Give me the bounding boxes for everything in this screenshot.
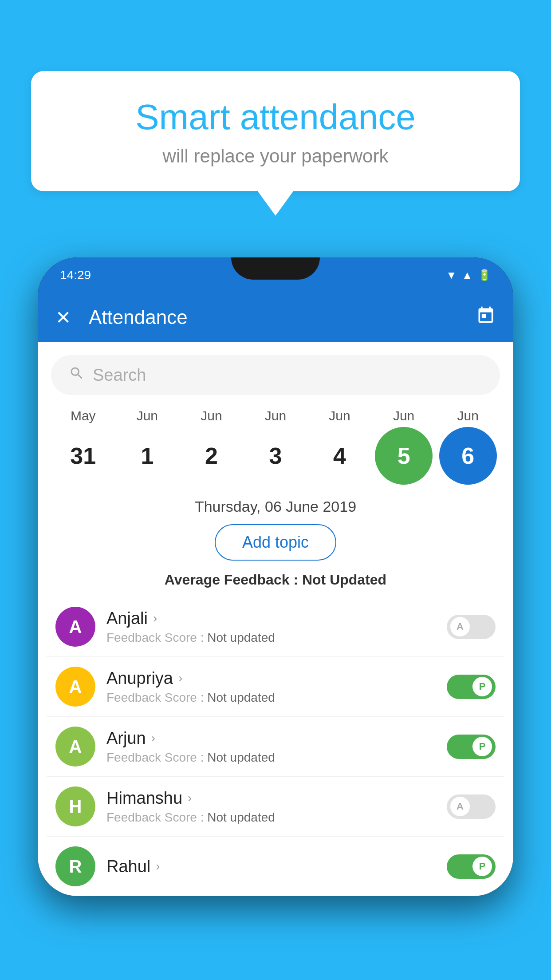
calendar-row: May Jun Jun Jun Jun Jun Jun 31 1 2 3 4 5… [38,404,513,485]
student-item[interactable]: A Arjun › Feedback Score : Not updated [47,717,504,777]
student-item[interactable]: H Himanshu › Feedback Score : Not update… [47,777,504,837]
add-topic-button[interactable]: Add topic [215,524,336,561]
month-2: Jun [182,408,240,423]
student-name-arjun: Arjun › [106,729,447,748]
student-list: A Anjali › Feedback Score : Not updated … [38,597,513,896]
date-4[interactable]: 4 [311,427,369,485]
search-bar[interactable]: Search [51,355,500,395]
attendance-toggle-anupriya[interactable] [447,675,496,699]
phone-outer: 14:29 ▼ ▲ 🔋 ✕ Attendance [38,257,513,896]
signal-icon: ▲ [462,269,472,281]
speech-bubble-subtitle: will replace your paperwork [53,146,498,167]
search-icon [69,365,85,385]
student-name-anjali: Anjali › [106,609,447,628]
month-4: Jun [311,408,369,423]
student-info-rahul: Rahul › [106,857,447,876]
battery-icon: 🔋 [478,269,491,281]
student-score-himanshu: Feedback Score : Not updated [106,810,447,825]
calendar-button[interactable] [476,306,496,329]
date-31[interactable]: 31 [54,427,112,485]
student-info-himanshu: Himanshu › Feedback Score : Not updated [106,789,447,825]
student-name-anupriya: Anupriya › [106,669,447,688]
student-score-anjali: Feedback Score : Not updated [106,631,447,645]
status-time: 14:29 [60,268,91,282]
status-icons: ▼ ▲ 🔋 [446,269,491,281]
student-item[interactable]: A Anjali › Feedback Score : Not updated [47,597,504,657]
speech-bubble: Smart attendance will replace your paper… [31,71,520,191]
attendance-toggle-arjun[interactable] [447,735,496,759]
avg-feedback: Average Feedback : Not Updated [38,572,513,588]
student-info-arjun: Arjun › Feedback Score : Not updated [106,729,447,765]
close-button[interactable]: ✕ [55,307,71,328]
date-months: May Jun Jun Jun Jun Jun Jun [51,408,500,423]
chevron-icon: › [188,791,192,805]
status-bar: 14:29 ▼ ▲ 🔋 [38,257,513,293]
date-5[interactable]: 5 [375,427,433,485]
student-score-arjun: Feedback Score : Not updated [106,751,447,765]
month-3: Jun [247,408,304,423]
student-avatar-rahul: R [55,846,95,886]
student-item[interactable]: A Anupriya › Feedback Score : Not update… [47,657,504,717]
header-title: Attendance [89,306,476,328]
date-display: Thursday, 06 June 2019 [38,494,513,524]
student-score-anupriya: Feedback Score : Not updated [106,691,447,705]
chevron-icon: › [156,859,160,873]
attendance-toggle-rahul[interactable] [447,854,496,879]
chevron-icon: › [151,731,155,745]
app-header: ✕ Attendance [38,293,513,342]
phone-wrapper: 14:29 ▼ ▲ 🔋 ✕ Attendance [38,257,513,896]
chevron-icon: › [178,671,182,685]
student-info-anjali: Anjali › Feedback Score : Not updated [106,609,447,645]
search-placeholder: Search [93,366,146,385]
wifi-icon: ▼ [446,269,457,281]
date-2[interactable]: 2 [182,427,240,485]
month-5: Jun [375,408,433,423]
student-avatar-anupriya: A [55,667,95,707]
month-6: Jun [439,408,497,423]
avg-feedback-value: Not Updated [302,572,386,588]
month-1: Jun [118,408,176,423]
student-item[interactable]: R Rahul › [47,837,504,896]
avg-feedback-label: Average Feedback : [165,572,298,588]
speech-bubble-title: Smart attendance [53,98,498,137]
student-name-himanshu: Himanshu › [106,789,447,808]
student-avatar-arjun: A [55,727,95,767]
date-1[interactable]: 1 [118,427,176,485]
chevron-icon: › [153,611,157,625]
student-avatar-himanshu: H [55,786,95,826]
student-name-rahul: Rahul › [106,857,447,876]
date-3[interactable]: 3 [247,427,304,485]
attendance-toggle-anjali[interactable] [447,615,496,639]
student-avatar-anjali: A [55,607,95,647]
speech-bubble-container: Smart attendance will replace your paper… [31,71,520,216]
date-numbers: 31 1 2 3 4 5 6 [51,427,500,485]
student-info-anupriya: Anupriya › Feedback Score : Not updated [106,669,447,705]
attendance-toggle-himanshu[interactable] [447,794,496,819]
month-0: May [54,408,112,423]
date-6[interactable]: 6 [439,427,497,485]
speech-bubble-tail [258,191,293,216]
phone-screen: Search May Jun Jun Jun Jun Jun Jun 31 1 … [38,342,513,896]
